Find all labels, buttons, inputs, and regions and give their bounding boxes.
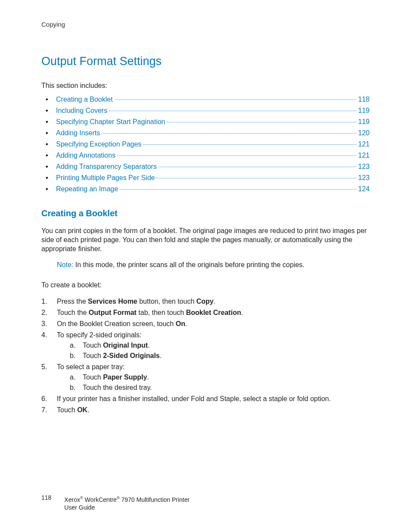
toc-link[interactable]: Adding Transparency Separators xyxy=(56,161,157,172)
toc-leader xyxy=(102,133,356,134)
step-text: . xyxy=(147,373,149,381)
substep-item: Touch the desired tray. xyxy=(70,383,370,393)
footer-brand: Xerox xyxy=(64,496,80,503)
substeps: Touch Original Input. Touch 2-Sided Orig… xyxy=(57,340,370,361)
step-text: To select a paper tray: xyxy=(57,363,125,370)
toc-item: Adding Transparency Separators123 xyxy=(41,161,370,172)
step-item: Press the Services Home button, then tou… xyxy=(41,296,370,307)
step-text: Touch xyxy=(83,373,103,381)
step-bold: On xyxy=(176,320,185,327)
toc-link[interactable]: Printing Multiple Pages Per Side xyxy=(56,172,155,184)
substep-item: Touch Paper Supply. xyxy=(70,372,370,383)
step-bold: Copy xyxy=(196,298,214,305)
step-text: To specify 2-sided originals: xyxy=(57,331,142,339)
step-text: . xyxy=(148,342,149,349)
ordered-steps: Press the Services Home button, then tou… xyxy=(41,296,370,415)
toc-page: 121 xyxy=(358,139,370,150)
body-paragraph: To create a booklet: xyxy=(41,280,370,289)
toc-link[interactable]: Creating a Booklet xyxy=(56,94,113,105)
toc-page: 118 xyxy=(358,94,370,105)
toc-page: 123 xyxy=(358,161,370,172)
step-text: . xyxy=(241,309,243,316)
step-text: Touch the xyxy=(57,309,89,316)
step-text: Touch xyxy=(83,352,103,359)
footer-product: WorkCentre xyxy=(83,496,117,503)
toc-leader xyxy=(156,178,356,178)
step-bold: 2-Sided Originals xyxy=(103,352,160,359)
toc-item: Adding Annotations121 xyxy=(41,150,370,161)
toc-link[interactable]: Including Covers xyxy=(56,105,107,116)
footer-page-number: 118 xyxy=(41,494,51,501)
toc-leader xyxy=(167,122,356,122)
toc-leader xyxy=(120,189,356,190)
toc-page: 121 xyxy=(358,150,370,161)
step-text: Press the xyxy=(57,298,88,305)
toc-item: Adding Inserts120 xyxy=(41,128,370,139)
footer-doc-title: User Guide xyxy=(64,504,95,511)
toc-page: 119 xyxy=(358,116,370,128)
intro-text: This section includes: xyxy=(41,82,370,90)
table-of-contents: Creating a Booklet118 Including Covers11… xyxy=(41,94,370,195)
body-paragraph: You can print copies in the form of a bo… xyxy=(41,226,370,253)
substep-item: Touch 2-Sided Originals. xyxy=(70,351,370,361)
toc-link[interactable]: Specifying Exception Pages xyxy=(56,139,141,150)
note-label: Note: xyxy=(57,261,73,268)
note-block: Note: In this mode, the printer scans al… xyxy=(57,260,370,269)
step-item: To select a paper tray: Touch Paper Supp… xyxy=(41,362,370,393)
toc-link[interactable]: Adding Annotations xyxy=(56,150,115,161)
toc-item: Including Covers119 xyxy=(41,105,370,116)
footer-text: Xerox® WorkCentre® 7970 Multifunction Pr… xyxy=(64,494,190,511)
toc-page: 123 xyxy=(358,172,370,184)
toc-leader xyxy=(159,167,356,167)
toc-item: Creating a Booklet118 xyxy=(41,94,370,105)
page-title: Output Format Settings xyxy=(41,55,370,68)
footer: 118 Xerox® WorkCentre® 7970 Multifunctio… xyxy=(41,494,190,511)
step-item: If your printer has a finisher installed… xyxy=(41,394,370,404)
step-text: . xyxy=(160,352,162,359)
toc-leader xyxy=(115,100,357,100)
toc-leader xyxy=(109,111,356,111)
step-bold: Booklet Creation xyxy=(186,309,241,316)
step-text: Touch xyxy=(57,406,77,414)
step-item: Touch OK. xyxy=(41,405,370,415)
toc-page: 124 xyxy=(358,184,370,195)
step-text: . xyxy=(214,298,215,305)
step-text: . xyxy=(87,406,89,414)
step-bold: Paper Supply xyxy=(103,373,147,381)
subsection-heading: Creating a Booklet xyxy=(41,208,370,218)
toc-leader xyxy=(117,156,356,156)
step-text: . xyxy=(185,320,187,327)
registered-mark: ® xyxy=(80,496,83,500)
toc-page: 119 xyxy=(358,105,370,116)
step-text: Touch the desired tray. xyxy=(83,384,152,391)
step-text: If your printer has a finisher installed… xyxy=(57,395,331,402)
toc-link[interactable]: Repeating an Image xyxy=(56,184,118,195)
toc-item: Specifying Exception Pages121 xyxy=(41,139,370,150)
toc-link[interactable]: Specifying Chapter Start Pagination xyxy=(56,116,165,128)
step-text: tab, then touch xyxy=(137,309,186,316)
step-text: On the Booklet Creation screen, touch xyxy=(57,320,176,327)
step-bold: Output Format xyxy=(89,309,137,316)
step-bold: Original Input xyxy=(103,342,148,349)
substeps: Touch Paper Supply. Touch the desired tr… xyxy=(57,372,370,393)
header-section-label: Copying xyxy=(41,21,370,28)
note-text: In this mode, the printer scans all of t… xyxy=(73,261,304,268)
registered-mark: ® xyxy=(117,496,120,500)
step-bold: Services Home xyxy=(88,298,137,305)
toc-leader xyxy=(143,144,356,145)
step-item: On the Booklet Creation screen, touch On… xyxy=(41,319,370,329)
toc-link[interactable]: Adding Inserts xyxy=(56,128,100,139)
step-text: Touch xyxy=(83,342,103,349)
step-text: button, then touch xyxy=(137,298,196,305)
step-item: Touch the Output Format tab, then touch … xyxy=(41,308,370,318)
toc-item: Printing Multiple Pages Per Side123 xyxy=(41,172,370,184)
substep-item: Touch Original Input. xyxy=(70,340,370,351)
toc-item: Specifying Chapter Start Pagination119 xyxy=(41,116,370,128)
toc-page: 120 xyxy=(358,128,370,139)
step-item: To specify 2-sided originals: Touch Orig… xyxy=(41,330,370,361)
footer-model: 7970 Multifunction Printer xyxy=(120,496,190,503)
toc-item: Repeating an Image124 xyxy=(41,184,370,195)
step-bold: OK xyxy=(77,406,87,414)
